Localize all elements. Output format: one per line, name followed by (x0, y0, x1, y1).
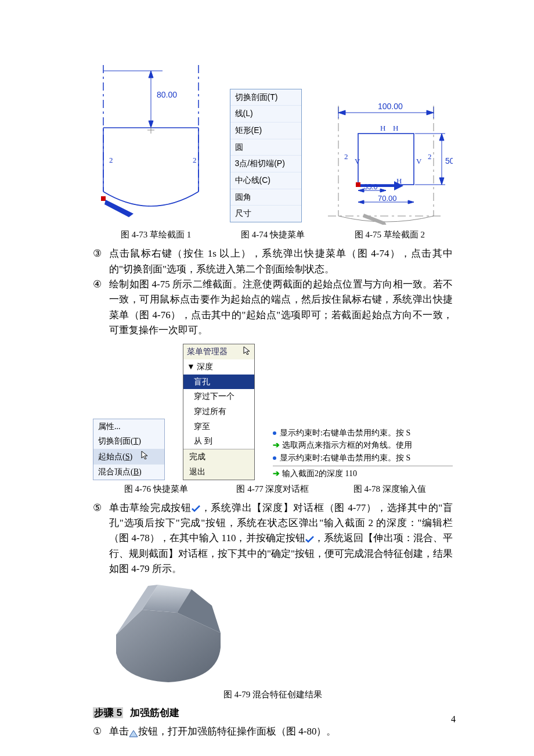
para-5-body: 单击草绘完成按钮，系统弹出【深度】对话框（图 4-77），选择其中的"盲孔"选项… (109, 501, 453, 577)
menu-item-dim[interactable]: 尺寸 (230, 206, 301, 222)
svg-marker-34 (439, 178, 444, 185)
blend-result-render (93, 578, 238, 688)
page-number: 4 (451, 712, 456, 727)
cursor-icon (140, 450, 149, 459)
menu-item-toggle-section2[interactable]: 切换剖面(T) (93, 434, 164, 449)
svg-rect-46 (356, 182, 360, 187)
page-content: 80.00 2 2 切换剖面(T) 线(L) 矩形(E) (0, 0, 534, 739)
caption-4-79: 图 4-79 混合特征创建结果 (93, 688, 453, 701)
menu-item-thru-all[interactable]: 穿过所有 (183, 404, 254, 419)
svg-text:50.00: 50.00 (445, 156, 453, 165)
figure-4-76: 属性... 切换剖面(T) 起始点(S) 混合顶点(B) (93, 419, 165, 480)
menu-item-toggle-section[interactable]: 切换剖面(T) (230, 89, 301, 106)
menu-item-thru-next[interactable]: 穿过下一个 (183, 389, 254, 404)
para-4-body: 绘制如图 4-75 所示二维截面。注意使两截面的起始点位置与方向相一致。若不一致… (109, 277, 453, 338)
menu-item-line[interactable]: 线(L) (230, 106, 301, 123)
menu-item-rect[interactable]: 矩形(E) (230, 123, 301, 139)
para-item-4: ④ 绘制如图 4-75 所示二维截面。注意使两截面的起始点位置与方向相一致。若不… (93, 277, 453, 338)
menu-item-blind[interactable]: 盲孔 (183, 375, 254, 390)
caption-4-75: 图 4-75 草绘截面 2 (331, 228, 448, 242)
arrow-icon: ➔ (273, 467, 280, 480)
menu-manager-header: 菜单管理器 (183, 344, 254, 359)
step-title: 加强筋创建 (130, 707, 179, 718)
arrow-icon: ➔ (273, 439, 280, 452)
svg-text:V: V (355, 157, 360, 165)
menu-item-circle[interactable]: 圆 (230, 139, 301, 156)
figure-4-75: H H H V V 2 2 100.00 (322, 65, 453, 225)
figure-4-74: 切换剖面(T) 线(L) 矩形(E) 圆 3点/相切端(P) 中心线(C) 圆角… (230, 89, 302, 223)
menu-item-thru-until[interactable]: 穿至 (183, 419, 254, 434)
svg-marker-33 (439, 134, 444, 141)
para-item-5: ⑤ 单击草绘完成按钮，系统弹出【深度】对话框（图 4-77），选择其中的"盲孔"… (93, 501, 453, 577)
msg-line-2: ➔选取两点来指示方框的对角线。使用 (273, 439, 453, 452)
menu-item-blend-vertex[interactable]: 混合顶点(B) (93, 465, 164, 480)
figure-row-2: 属性... 切换剖面(T) 起始点(S) 混合顶点(B) 菜单管理器 ▼ 深度 … (93, 344, 453, 480)
rib-tool-icon (129, 729, 138, 737)
menu-depth-title[interactable]: ▼ 深度 (183, 359, 254, 375)
caption-4-78: 图 4-78 深度输入值 (331, 483, 448, 496)
figure-4-73: 80.00 2 2 (93, 65, 209, 225)
caption-4-74: 图 4-74 快捷菜单 (214, 228, 331, 242)
svg-text:H: H (393, 124, 398, 132)
msg-line-1: 显示约束时:右键单击禁用约束。按 S (273, 427, 453, 440)
menu-item-fillet[interactable]: 圆角 (230, 189, 301, 206)
menu-item-properties[interactable]: 属性... (93, 419, 164, 434)
context-menu-476: 属性... 切换剖面(T) 起始点(S) 混合顶点(B) (93, 419, 165, 480)
svg-rect-18 (358, 134, 414, 185)
svg-text:2: 2 (109, 156, 113, 164)
msg-line-3: 显示约束时:右键单击禁用约束。按 S (273, 452, 453, 465)
step-number: 步骤 5 (93, 707, 123, 718)
svg-marker-43 (358, 200, 364, 204)
context-menu-474: 切换剖面(T) 线(L) 矩形(E) 圆 3点/相切端(P) 中心线(C) 圆角… (230, 89, 302, 223)
caption-row-2: 图 4-76 快捷菜单 图 4-77 深度对话框 图 4-78 深度输入值 (98, 483, 448, 496)
figure-4-77: 菜单管理器 ▼ 深度 盲孔 穿过下一个 穿过所有 穿至 从 到 完成 退出 (183, 344, 255, 480)
menu-item-from-to[interactable]: 从 到 (183, 434, 254, 449)
list-number-1: ① (93, 724, 109, 739)
figure-4-79: 图 4-79 混合特征创建结果 (93, 578, 453, 701)
step-5-heading: 步骤 5 加强筋创建 (93, 705, 453, 721)
svg-marker-52 (129, 730, 138, 737)
check-icon (192, 505, 200, 512)
list-number-5: ⑤ (93, 501, 109, 577)
msg-line-4-input[interactable]: ➔输入截面2的深度 110 (273, 467, 453, 480)
sketch-section-2: H H H V V 2 2 100.00 (322, 65, 453, 225)
caption-4-73: 图 4-73 草绘截面 1 (98, 228, 214, 242)
svg-text:2: 2 (193, 156, 197, 164)
svg-marker-48 (363, 214, 387, 225)
para-item-1: ① 单击 按钮，打开加强筋特征操作面板（图 4-80）。 (93, 724, 453, 739)
menu-item-done[interactable]: 完成 (183, 449, 254, 465)
caption-4-77: 图 4-77 深度对话框 (214, 483, 331, 496)
menu-item-start-point[interactable]: 起始点(S) (93, 449, 164, 465)
para-3-body: 点击鼠标右键（按住 1s 以上），系统弹出快捷菜单（图 4-74），点击其中的"… (109, 246, 453, 277)
svg-marker-12 (104, 200, 134, 217)
svg-marker-27 (338, 110, 345, 115)
menu-item-3pt-tan[interactable]: 3点/相切端(P) (230, 156, 301, 172)
svg-rect-11 (101, 196, 106, 201)
svg-marker-6 (149, 71, 153, 78)
svg-marker-28 (427, 110, 434, 115)
list-number-4: ④ (93, 277, 109, 338)
menu-item-quit[interactable]: 退出 (183, 465, 254, 480)
menu-manager-depth: 菜单管理器 ▼ 深度 盲孔 穿过下一个 穿过所有 穿至 从 到 完成 退出 (183, 344, 255, 480)
svg-marker-39 (358, 189, 364, 192)
svg-text:H: H (380, 124, 385, 132)
svg-text:V: V (416, 157, 422, 165)
menu-item-centerline[interactable]: 中心线(C) (230, 172, 301, 189)
svg-text:2: 2 (344, 152, 348, 161)
figure-4-78: 显示约束时:右键单击禁用约束。按 S ➔选取两点来指示方框的对角线。使用 显示约… (273, 427, 453, 480)
svg-text:70.00: 70.00 (378, 194, 397, 203)
para-6-body: 单击 按钮，打开加强筋特征操作面板（图 4-80）。 (109, 724, 453, 739)
svg-text:100.00: 100.00 (378, 102, 403, 111)
para-item-3: ③ 点击鼠标右键（按住 1s 以上），系统弹出快捷菜单（图 4-74），点击其中… (93, 246, 453, 277)
caption-4-76: 图 4-76 快捷菜单 (98, 483, 214, 496)
dim-80: 80.00 (157, 90, 177, 99)
svg-marker-40 (380, 189, 386, 192)
sketch-section-1: 80.00 2 2 (93, 65, 209, 225)
figure-row-1: 80.00 2 2 切换剖面(T) 线(L) 矩形(E) (93, 65, 453, 225)
message-area-478: 显示约束时:右键单击禁用约束。按 S ➔选取两点来指示方框的对角线。使用 显示约… (273, 427, 453, 480)
svg-marker-44 (408, 200, 414, 204)
check-icon (305, 536, 314, 543)
list-number-3: ③ (93, 246, 109, 277)
caption-row-1: 图 4-73 草绘截面 1 图 4-74 快捷菜单 图 4-75 草绘截面 2 (98, 228, 448, 242)
svg-text:2: 2 (428, 152, 432, 161)
